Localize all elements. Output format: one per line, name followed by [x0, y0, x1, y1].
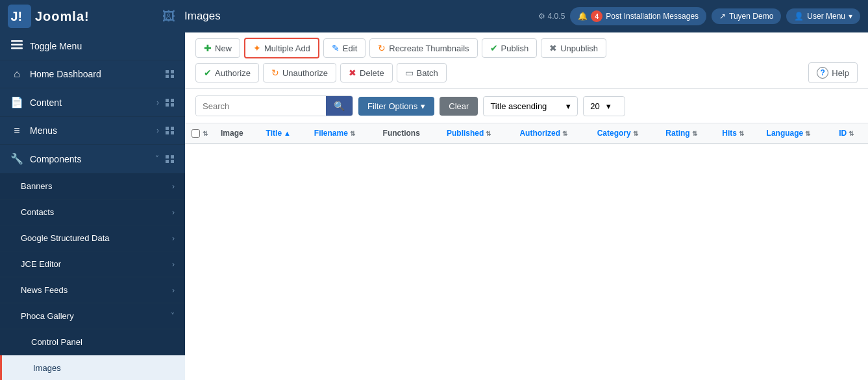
multiple-add-label: Multiple Add: [264, 44, 310, 53]
th-category-link[interactable]: Category ⇅: [597, 129, 638, 138]
sidebar-item-contacts-label: Contacts: [21, 207, 166, 217]
per-page-select[interactable]: 20 ▾: [583, 96, 625, 116]
publish-button[interactable]: ✔ Publish: [482, 38, 538, 58]
contacts-arrow: ›: [172, 208, 175, 217]
th-filename: Filename ⇅: [308, 123, 377, 144]
clear-button[interactable]: Clear: [440, 97, 478, 116]
svg-rect-4: [11, 47, 23, 49]
select-all-checkbox[interactable]: [192, 129, 200, 138]
svg-rect-2: [11, 40, 23, 42]
unauthorize-button[interactable]: ↻ Unauthorize: [263, 63, 336, 82]
sidebar: Toggle Menu ⌂ Home Dashboard 📄 Content ›…: [0, 32, 185, 380]
new-button[interactable]: ✚ New: [195, 38, 240, 58]
th-rating-link[interactable]: Rating ⇅: [665, 129, 697, 138]
filter-options-button[interactable]: Filter Options ▾: [358, 97, 434, 116]
sidebar-item-components[interactable]: 🔧 Components ˅: [0, 145, 185, 173]
recreate-icon: ↻: [378, 43, 386, 53]
components-icon: 🔧: [10, 153, 23, 165]
unpublish-button[interactable]: ✖ Unpublish: [541, 38, 606, 58]
content-arrow: ›: [156, 98, 159, 107]
search-icon: 🔍: [334, 101, 345, 111]
sidebar-item-home-dashboard[interactable]: ⌂ Home Dashboard: [0, 60, 185, 88]
main-layout: Toggle Menu ⌂ Home Dashboard 📄 Content ›…: [0, 32, 868, 380]
sidebar-item-content[interactable]: 📄 Content ›: [0, 88, 185, 117]
user-login-label: Tuyen Demo: [729, 12, 773, 21]
th-title-link[interactable]: Title ▲: [266, 129, 291, 138]
th-rating: Rating ⇅: [659, 123, 715, 144]
sort-arrow: ▾: [566, 101, 571, 111]
phoca-arrow: ˅: [171, 312, 175, 321]
filter-options-label: Filter Options: [367, 101, 417, 111]
sidebar-item-home-label: Home Dashboard: [30, 69, 159, 79]
components-grid-icon: [166, 155, 175, 163]
sort-select[interactable]: Title ascending ▾: [483, 96, 578, 116]
user-login-button[interactable]: ↗ Tuyen Demo: [712, 8, 781, 24]
help-button[interactable]: ? Help: [808, 62, 858, 83]
page-title-icon: 🖼: [162, 9, 175, 24]
sidebar-item-content-label: Content: [30, 97, 150, 108]
newsfeeds-arrow: ›: [172, 286, 175, 295]
sidebar-item-jce-label: JCE Editor: [21, 259, 166, 269]
unauthorize-label: Unauthorize: [282, 68, 328, 78]
th-category: Category ⇅: [591, 123, 660, 144]
edit-button[interactable]: ✎ Edit: [323, 38, 366, 58]
notifications-button[interactable]: 🔔 4 Post Installation Messages: [570, 7, 706, 25]
publish-icon: ✔: [490, 43, 498, 53]
th-id: ID ⇅: [832, 123, 868, 144]
recreate-thumbnails-button[interactable]: ↻ Recreate Thumbnails: [369, 38, 477, 58]
search-input[interactable]: [196, 97, 326, 116]
sidebar-item-images[interactable]: Images: [0, 355, 185, 380]
delete-button[interactable]: ✖ Delete: [340, 63, 393, 82]
search-wrap: 🔍: [195, 95, 353, 116]
gsd-arrow: ›: [172, 234, 175, 243]
components-arrow: ˅: [155, 155, 159, 164]
recreate-thumbnails-label: Recreate Thumbnails: [389, 44, 469, 53]
sidebar-item-images-label: Images: [33, 363, 175, 373]
th-hits-link[interactable]: Hits ⇅: [722, 129, 744, 138]
batch-button[interactable]: ▭ Batch: [397, 63, 447, 82]
batch-label: Batch: [417, 68, 438, 78]
home-icon: ⌂: [10, 68, 23, 80]
multiple-add-button[interactable]: ✦ Multiple Add: [244, 38, 319, 58]
sort-order-arrows[interactable]: ⇅: [203, 130, 208, 137]
search-button[interactable]: 🔍: [326, 96, 353, 116]
sidebar-item-news-feeds[interactable]: News Feeds ›: [0, 277, 185, 303]
sidebar-item-contacts[interactable]: Contacts ›: [0, 199, 185, 225]
authorized-sort-arrows: ⇅: [562, 130, 567, 137]
menus-grid-icon: [166, 127, 175, 134]
new-label: New: [215, 44, 232, 53]
content-grid-icon: [166, 99, 175, 107]
sidebar-item-banners[interactable]: Banners ›: [0, 173, 185, 199]
sidebar-item-toggle-menu[interactable]: Toggle Menu: [0, 32, 185, 60]
sidebar-item-control-panel[interactable]: Control Panel: [0, 329, 185, 355]
toolbar: ✚ New ✦ Multiple Add ✎ Edit ↻ Recreate T…: [185, 32, 868, 89]
th-functions: Functions: [377, 123, 440, 144]
sidebar-item-gsd-label: Google Structured Data: [21, 233, 166, 243]
th-id-link[interactable]: ID ⇅: [839, 129, 854, 138]
th-authorized-link[interactable]: Authorized ⇅: [519, 129, 567, 138]
user-menu-label: User Menu: [807, 12, 845, 21]
batch-icon: ▭: [405, 68, 414, 78]
authorize-button[interactable]: ✔ Authorize: [195, 63, 259, 82]
sidebar-item-phoca-gallery[interactable]: Phoca Gallery ˅: [0, 303, 185, 329]
unauthorize-icon: ↻: [271, 68, 279, 78]
user-menu-button[interactable]: 👤 User Menu ▾: [786, 8, 860, 24]
sidebar-item-menus[interactable]: ≡ Menus ›: [0, 117, 185, 145]
images-table: ⇅ Image Title ▲ Filename ⇅ Functions Pub…: [185, 123, 868, 144]
svg-text:J!: J!: [11, 9, 23, 23]
joomla-logo-icon: J!: [8, 5, 31, 28]
content-area: ✚ New ✦ Multiple Add ✎ Edit ↻ Recreate T…: [185, 32, 868, 380]
th-language-link[interactable]: Language ⇅: [767, 129, 811, 138]
th-language: Language ⇅: [760, 123, 833, 144]
banners-arrow: ›: [172, 182, 175, 191]
sidebar-item-google-structured-data[interactable]: Google Structured Data ›: [0, 225, 185, 251]
th-filename-link[interactable]: Filename ⇅: [314, 129, 355, 138]
logo-text: Joomla!: [35, 9, 90, 24]
unpublish-icon: ✖: [549, 43, 557, 53]
th-published-link[interactable]: Published ⇅: [447, 129, 491, 138]
hits-sort-arrows: ⇅: [739, 130, 744, 137]
bell-icon: 🔔: [578, 12, 588, 21]
delete-icon: ✖: [349, 68, 356, 78]
sidebar-item-jce-editor[interactable]: JCE Editor ›: [0, 251, 185, 277]
th-checkbox: ⇅: [185, 123, 214, 144]
